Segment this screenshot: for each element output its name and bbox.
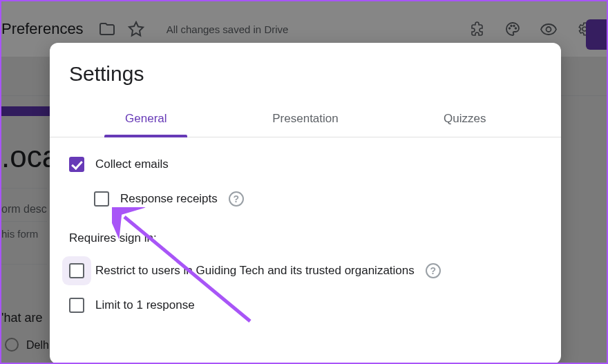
- restrict-row: Restrict to users in Guiding Tech and it…: [69, 263, 542, 278]
- collect-emails-row: Collect emails: [69, 157, 542, 172]
- response-receipts-row: Response receipts ?: [94, 191, 542, 207]
- response-receipts-label: Response receipts: [120, 192, 218, 206]
- response-receipts-checkbox[interactable]: [94, 191, 109, 207]
- limit-checkbox[interactable]: [69, 298, 84, 313]
- tab-presentation[interactable]: Presentation: [226, 102, 386, 137]
- limit-label: Limit to 1 response: [95, 298, 195, 312]
- settings-dialog: Settings General Presentation Quizzes Co…: [50, 43, 561, 364]
- restrict-checkbox[interactable]: [69, 263, 84, 278]
- collect-emails-label: Collect emails: [95, 157, 169, 171]
- restrict-label: Restrict to users in Guiding Tech and it…: [95, 264, 415, 278]
- requires-sign-in-label: Requires sign in:: [69, 231, 542, 245]
- tab-bar: General Presentation Quizzes: [50, 102, 561, 137]
- dialog-body: Collect emails Response receipts ? Requi…: [50, 137, 561, 313]
- tab-general[interactable]: General: [66, 102, 226, 137]
- tab-quizzes[interactable]: Quizzes: [385, 102, 544, 137]
- collect-emails-checkbox[interactable]: [69, 157, 84, 172]
- help-icon[interactable]: ?: [426, 263, 441, 278]
- limit-row: Limit to 1 response: [69, 298, 542, 313]
- dialog-title: Settings: [50, 43, 561, 86]
- help-icon[interactable]: ?: [229, 191, 244, 207]
